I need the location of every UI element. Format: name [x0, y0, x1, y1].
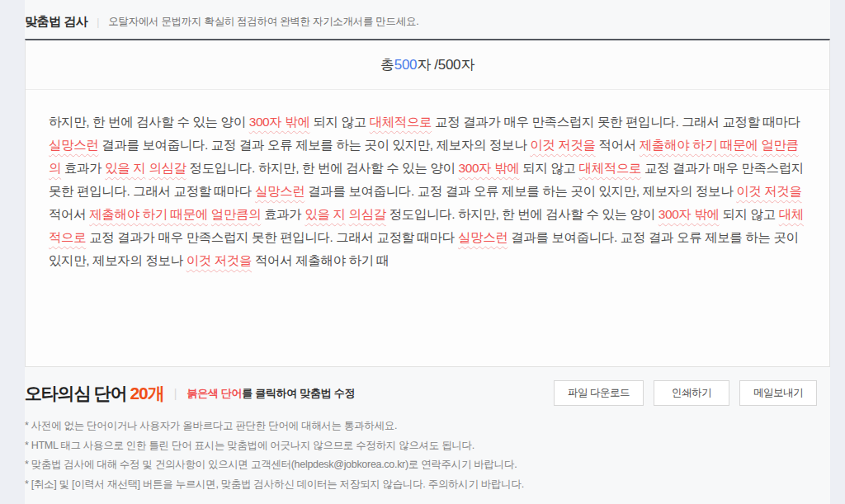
text-segment: 결과를 보여줍니다. 교정 결과 오류 제보를 하는 곳이 있지만, 제보자의 …	[98, 138, 530, 152]
spellcheck-panel: 총 500 자 / 500자 하지만, 한 번에 검사할 수 있는 양이 300…	[25, 39, 830, 367]
text-segment: 적어서	[49, 207, 89, 221]
text-segment: 정도입니다.	[186, 161, 258, 175]
footnotes: * 사전에 없는 단어이거나 사용자가 올바르다고 판단한 단어에 대해서는 통…	[25, 417, 830, 494]
misspelled-word[interactable]: 실망스런	[49, 138, 98, 152]
spellcheck-text-area[interactable]: 하지만, 한 번에 검사할 수 있는 양이 300자 밖에 되지 않고 대체적으…	[26, 90, 829, 366]
correction-hint-rest: 를 클릭하여 맞춤법 수정	[242, 387, 355, 399]
text-segment: 적어서	[596, 138, 640, 152]
text-segment: 되지 않고	[720, 207, 779, 221]
print-button[interactable]: 인쇄하기	[654, 380, 729, 406]
char-counter-prefix: 총	[380, 55, 394, 74]
misspelled-word[interactable]: 실망스런	[458, 230, 507, 244]
result-summary: 오타의심 단어 20개 | 붉은색 단어를 클릭하여 맞춤법 수정	[25, 382, 355, 405]
header-separator: |	[97, 16, 99, 28]
misspelled-word[interactable]: 대체적으로	[370, 115, 432, 129]
result-separator: |	[174, 387, 177, 400]
footnote-line: * 맞춤법 검사에 대해 수정 및 건의사항이 있으시면 고객센터(helpde…	[25, 455, 830, 475]
correction-hint-red: 붉은색 단어	[186, 387, 242, 399]
misspelled-word[interactable]: 300자 밖에	[249, 115, 310, 129]
file-download-button[interactable]: 파일 다운로드	[554, 380, 644, 406]
misspelled-word[interactable]: 이것 저것을	[530, 138, 595, 152]
misspelled-word[interactable]: 있을 지	[105, 161, 145, 175]
text-segment: 정도입니다.	[386, 207, 458, 221]
misspelled-word[interactable]: 제출해야 하기 때문에	[89, 207, 208, 221]
footnote-line: * HTML 태그 사용으로 인한 틀린 단어 표시는 맞춤법에 어긋나지 않으…	[25, 436, 830, 456]
send-mail-button[interactable]: 메일보내기	[739, 380, 817, 406]
footnote-line: * [취소] 및 [이력서 재선택] 버튼을 누르시면, 맞춤법 검사하신 데이…	[25, 475, 830, 495]
text-segment: 교정 결과가 매우 만족스럽지 못한 편입니다. 그래서 교정할 때마다	[86, 230, 458, 244]
misspelled-word[interactable]: 의심갈	[349, 207, 386, 221]
text-segment: 되지 않고	[519, 161, 578, 175]
text-segment: 결과를 보여줍니다. 교정 결과 오류 제보를 하는 곳이 있지만, 제보자의 …	[304, 184, 736, 198]
misspelled-word[interactable]: 대체적으로	[579, 161, 642, 175]
misspelled-word[interactable]: 실망스런	[255, 184, 304, 198]
char-counter-current: 500	[394, 57, 417, 73]
text-segment: 하지만, 한 번에 검사할 수 있는 양이	[258, 161, 459, 175]
text-segment: 되지 않고	[310, 115, 370, 129]
misspelled-word[interactable]: 이것 저것을	[186, 253, 252, 267]
char-counter: 총 500 자 / 500자	[26, 40, 829, 90]
page-subtitle: 오탈자에서 문법까지 확실히 점검하여 완벽한 자기소개서를 만드세요.	[108, 15, 418, 29]
misspelled-word[interactable]: 의심갈	[149, 161, 186, 175]
text-segment: 교정 결과가 매우 만족스럽지 못한 편입니다. 그래서 교정할 때마다	[432, 115, 800, 129]
action-buttons: 파일 다운로드 인쇄하기 메일보내기	[554, 380, 830, 406]
text-segment: 효과가	[61, 161, 105, 175]
footnote-line: * 사전에 없는 단어이거나 사용자가 올바르다고 판단한 단어에 대해서는 통…	[25, 417, 830, 436]
misspelled-word[interactable]: 이것 저것을	[736, 184, 801, 198]
correction-hint: 붉은색 단어를 클릭하여 맞춤법 수정	[186, 386, 355, 401]
page-header: 맞춤법 검사 | 오탈자에서 문법까지 확실히 점검하여 완벽한 자기소개서를 …	[25, 0, 830, 39]
text-segment: 하지만, 한 번에 검사할 수 있는 양이	[49, 115, 249, 129]
misspelled-word[interactable]: 제출해야 하기 때문에	[640, 138, 758, 152]
char-counter-after: 자 /	[417, 55, 438, 74]
misspelled-word[interactable]: 300자 밖에	[659, 207, 720, 221]
typo-count-value: 20개	[130, 382, 163, 405]
result-bar: 오타의심 단어 20개 | 붉은색 단어를 클릭하여 맞춤법 수정 파일 다운로…	[25, 380, 830, 406]
typo-count-label: 오타의심 단어	[25, 382, 126, 405]
main-content: 맞춤법 검사 | 오탈자에서 문법까지 확실히 점검하여 완벽한 자기소개서를 …	[25, 0, 830, 504]
misspelled-word[interactable]: 있을 지	[304, 207, 345, 221]
text-segment: 효과가	[261, 207, 304, 221]
misspelled-word[interactable]: 얼만큼의	[211, 207, 261, 221]
char-counter-max: 500자	[438, 55, 474, 74]
text-segment: 하지만, 한 번에 검사할 수 있는 양이	[458, 207, 659, 221]
misspelled-word[interactable]: 300자 밖에	[459, 161, 520, 175]
text-segment: 적어서 제출해야 하기 때	[252, 253, 389, 267]
page-title: 맞춤법 검사	[25, 14, 87, 30]
